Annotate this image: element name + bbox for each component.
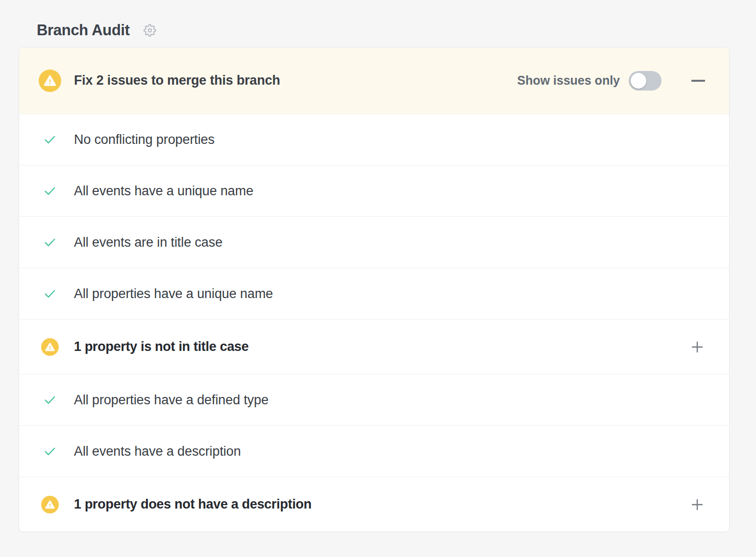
warning-triangle-icon	[41, 338, 59, 356]
check-icon	[43, 444, 57, 459]
page-title: Branch Audit	[37, 22, 130, 39]
warning-triangle-icon	[41, 496, 59, 513]
check-icon	[43, 286, 57, 301]
audit-row: 1 property does not have a description	[19, 477, 729, 532]
banner-message: Fix 2 issues to merge this branch	[74, 73, 280, 88]
audit-row-label: 1 property does not have a description	[74, 497, 311, 512]
audit-row-label: All events have a unique name	[74, 184, 253, 199]
audit-row: All events have a description	[19, 425, 729, 477]
audit-row: No conflicting properties	[19, 114, 729, 165]
audit-row-label: All events have a description	[74, 444, 241, 459]
branch-audit-card: Fix 2 issues to merge this branch Show i…	[19, 47, 730, 532]
settings-button[interactable]	[142, 23, 157, 38]
audit-row: 1 property is not in title case	[19, 319, 729, 374]
warning-triangle-icon	[39, 70, 61, 92]
check-icon	[43, 132, 57, 147]
minus-icon	[691, 80, 705, 82]
plus-icon	[689, 497, 705, 512]
check-icon	[43, 393, 57, 407]
gear-icon	[143, 24, 156, 37]
audit-row-label: All events are in title case	[74, 235, 222, 250]
expand-row-button[interactable]	[689, 496, 706, 513]
audit-row-label: No conflicting properties	[74, 132, 214, 147]
audit-row-label: All properties have a defined type	[74, 393, 268, 408]
collapse-panel-button[interactable]	[691, 73, 706, 88]
show-issues-only-toggle[interactable]	[629, 71, 662, 91]
audit-row: All events are in title case	[19, 216, 729, 268]
toggle-knob	[631, 73, 646, 89]
audit-checklist: No conflicting properties All events hav…	[19, 114, 729, 532]
check-icon	[43, 184, 57, 198]
check-icon	[43, 235, 57, 250]
audit-row-label: 1 property is not in title case	[74, 339, 249, 354]
audit-row: All properties have a unique name	[19, 268, 729, 319]
audit-row-label: All properties have a unique name	[74, 286, 273, 302]
audit-summary-banner: Fix 2 issues to merge this branch Show i…	[19, 47, 729, 114]
audit-row: All events have a unique name	[19, 165, 729, 216]
show-issues-only-label: Show issues only	[517, 73, 620, 88]
page-header: Branch Audit	[0, 0, 756, 47]
plus-icon	[689, 339, 705, 355]
banner-controls: Show issues only	[517, 71, 706, 91]
expand-row-button[interactable]	[689, 339, 706, 355]
audit-row: All properties have a defined type	[19, 374, 729, 425]
